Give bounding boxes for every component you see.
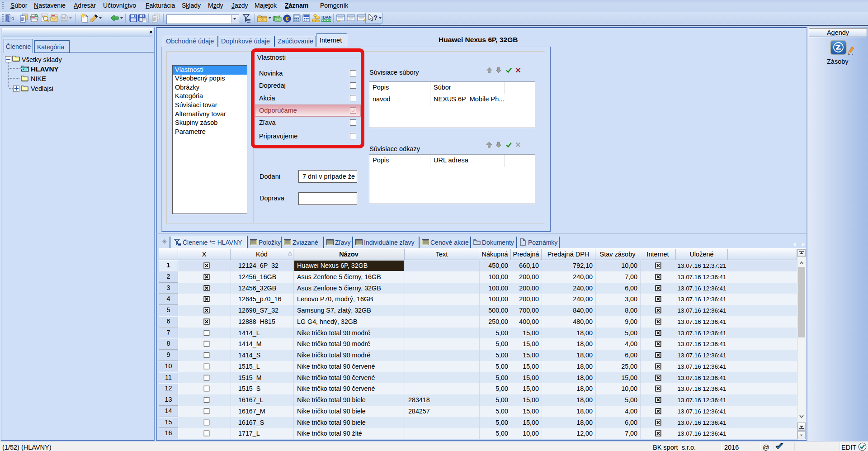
svg-text:€: €: [285, 15, 288, 22]
svg-text:?: ?: [373, 14, 377, 21]
svg-text:IBAN: IBAN: [321, 14, 331, 19]
